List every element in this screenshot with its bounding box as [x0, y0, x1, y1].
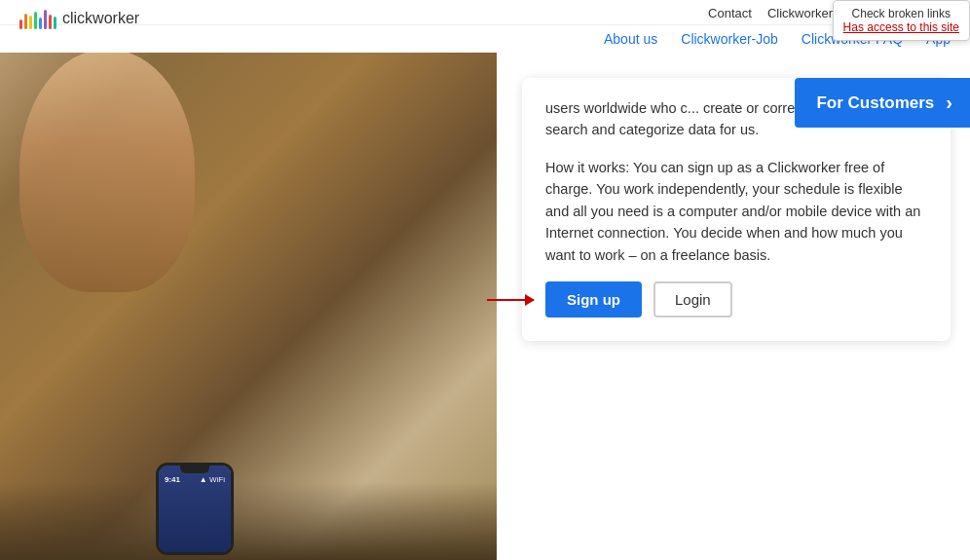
- for-customers-chevron: ›: [946, 92, 952, 114]
- header-top-nav: Contact Clickworker Blog Login Re...: [0, 0, 970, 25]
- for-customers-button[interactable]: For Customers ›: [795, 78, 970, 128]
- arrow-line: [487, 299, 534, 301]
- phone-notch: [180, 466, 209, 473]
- logo-text: clickworker: [62, 10, 139, 27]
- popup-line1: Check broken links: [843, 7, 959, 20]
- logo-icon: [19, 8, 56, 29]
- phone-frame: 9:41 ▲ WiFi: [156, 463, 234, 555]
- nav-job[interactable]: Clickworker-Job: [681, 31, 778, 47]
- button-row: Sign up Login: [545, 281, 927, 317]
- phone-time: 9:41: [165, 475, 180, 484]
- login-button[interactable]: Login: [653, 281, 732, 317]
- logo-area[interactable]: clickworker: [19, 8, 139, 29]
- arrow-indicator: [487, 299, 534, 301]
- broken-links-popup: Check broken links Has access to this si…: [833, 0, 970, 41]
- phone-screen: 9:41 ▲ WiFi: [159, 466, 231, 552]
- signup-button[interactable]: Sign up: [545, 281, 642, 317]
- phone-wifi-icon: ▲ WiFi: [200, 475, 225, 484]
- phone-mockup: 9:41 ▲ WiFi: [156, 463, 273, 560]
- site-header: clickworker Contact Clickworker Blog Log…: [0, 0, 970, 53]
- header-main-nav: About us Clickworker-Job Clickworker FAQ…: [0, 25, 970, 53]
- contact-link[interactable]: Contact: [708, 6, 752, 20]
- nav-about[interactable]: About us: [604, 31, 657, 47]
- for-customers-label: For Customers: [816, 93, 934, 113]
- popup-has-access[interactable]: Has access to this site: [843, 20, 959, 34]
- panel-text-2: How it works: You can sign up as a Click…: [545, 157, 927, 266]
